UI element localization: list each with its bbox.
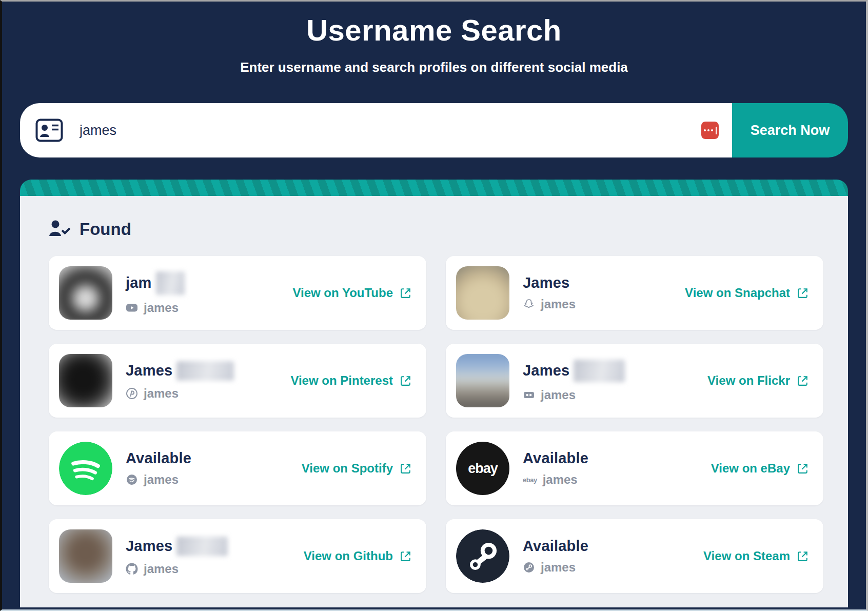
username-input[interactable]	[78, 122, 701, 139]
id-card-icon	[35, 119, 63, 142]
found-heading-row: Found	[20, 196, 848, 239]
external-link-icon	[399, 287, 412, 300]
results-panel: Found jam james	[20, 196, 848, 607]
external-link-icon	[399, 462, 412, 475]
username-text: james	[144, 386, 179, 401]
found-heading: Found	[80, 220, 131, 239]
flickr-icon	[523, 389, 535, 401]
pinterest-icon	[126, 387, 138, 400]
redacted-name-blur	[574, 360, 625, 382]
username-text: james	[543, 472, 578, 487]
redacted-name-blur	[176, 361, 234, 381]
snapchat-icon	[523, 298, 535, 310]
github-icon	[126, 563, 138, 575]
spotify-icon	[126, 474, 138, 486]
ebay-logo: ebay	[456, 442, 509, 495]
availability-status: Available	[523, 538, 588, 555]
blurred-avatar	[59, 354, 112, 407]
result-card-steam: Available james View on Steam	[446, 519, 823, 593]
blurred-avatar	[59, 529, 112, 583]
results-section: Found jam james	[20, 180, 848, 607]
external-link-icon	[399, 550, 412, 563]
person-check-icon	[49, 220, 70, 239]
username-text: james	[144, 301, 179, 315]
profile-name: James	[126, 362, 172, 379]
view-on-snapchat-link[interactable]: View on Snapchat	[685, 286, 809, 300]
username-text: james	[541, 560, 576, 575]
redacted-name-blur	[156, 271, 185, 295]
blurred-avatar	[456, 266, 509, 320]
username-text: james	[144, 472, 179, 487]
youtube-icon	[126, 302, 138, 314]
password-manager-icon[interactable]	[701, 122, 719, 139]
external-link-icon	[399, 375, 412, 387]
username-text: james	[144, 562, 179, 576]
page-title: Username Search	[2, 13, 866, 47]
results-grid: jam james View on YouTube	[20, 239, 848, 593]
external-link-icon	[796, 287, 809, 300]
profile-name: James	[523, 362, 569, 379]
external-link-icon	[796, 462, 809, 475]
result-card-spotify: Available james View on Spotify	[49, 431, 426, 505]
redacted-name-blur	[176, 537, 228, 556]
external-link-icon	[796, 550, 809, 563]
view-on-youtube-link[interactable]: View on YouTube	[292, 286, 412, 300]
username-text: james	[541, 297, 576, 311]
search-input-container	[20, 103, 732, 157]
username-search-page: Username Search Enter username and searc…	[0, 0, 868, 611]
profile-name: jam	[126, 274, 152, 291]
steam-icon	[523, 561, 535, 574]
view-on-steam-link[interactable]: View on Steam	[703, 549, 809, 563]
spotify-logo	[59, 442, 112, 495]
search-now-button[interactable]: Search Now	[732, 103, 848, 157]
username-text: james	[541, 388, 576, 402]
blurred-avatar	[456, 354, 509, 407]
result-card-pinterest: James james View on Pinterest	[49, 344, 426, 418]
page-header: Username Search Enter username and searc…	[2, 13, 866, 75]
view-on-github-link[interactable]: View on Github	[304, 549, 412, 563]
view-on-flickr-link[interactable]: View on Flickr	[707, 373, 809, 388]
view-on-pinterest-link[interactable]: View on Pinterest	[290, 373, 412, 388]
result-card-flickr: James james View on Flickr	[446, 344, 823, 418]
page-subtitle: Enter username and search profiles on di…	[2, 60, 866, 75]
search-bar: Search Now	[20, 103, 848, 157]
availability-status: Available	[126, 450, 191, 467]
result-card-github: James james View on Github	[49, 519, 426, 593]
result-card-snapchat: James james View on Snapchat	[446, 256, 823, 330]
result-card-ebay: ebay Available ebay james View on eBay	[446, 431, 823, 505]
steam-logo	[456, 529, 509, 583]
result-card-youtube: jam james View on YouTube	[49, 256, 426, 330]
blurred-avatar	[59, 266, 112, 320]
profile-name: James	[523, 274, 569, 291]
results-striped-header	[20, 180, 848, 196]
profile-name: James	[126, 538, 172, 555]
ebay-icon: ebay	[523, 476, 537, 484]
view-on-ebay-link[interactable]: View on eBay	[711, 461, 809, 476]
external-link-icon	[796, 375, 809, 387]
availability-status: Available	[523, 450, 588, 467]
view-on-spotify-link[interactable]: View on Spotify	[302, 461, 412, 476]
